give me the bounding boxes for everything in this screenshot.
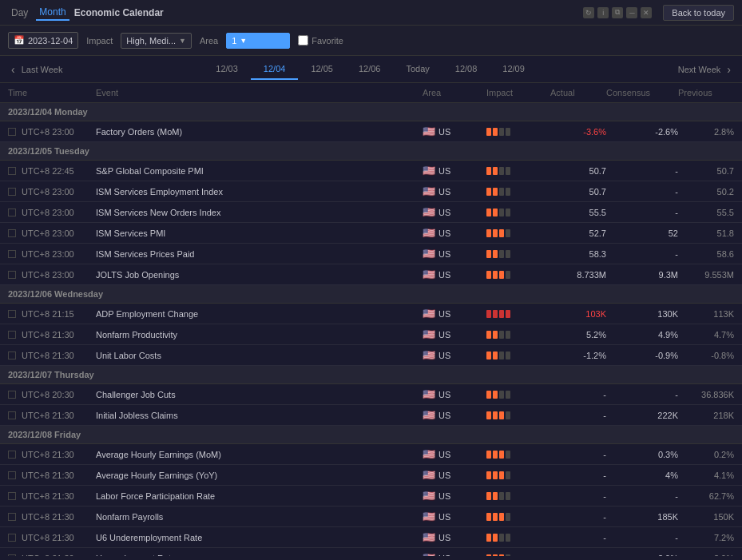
favorite-checkbox[interactable] [298, 35, 308, 46]
prev-arrow-icon[interactable]: ‹ [8, 60, 18, 79]
impact-bar [486, 271, 491, 279]
impact-cell [486, 188, 550, 196]
nav-date-12-03[interactable]: 12/03 [203, 59, 251, 80]
area-cell: 🇺🇸US [423, 409, 486, 421]
back-to-today-button[interactable]: Back to today [663, 5, 734, 21]
flag-icon: 🇺🇸 [423, 248, 435, 260]
table-body[interactable]: 2023/12/04 MondayUTC+8 23:00Factory Orde… [0, 103, 742, 556]
flag-icon: 🇺🇸 [423, 328, 435, 340]
filter-bar: 📅 2023-12-04 Impact High, Medi... ▼ Area… [0, 26, 742, 56]
row-checkbox[interactable] [8, 534, 16, 542]
area-cell: 🇺🇸US [423, 206, 486, 218]
impact-bar [499, 351, 504, 359]
close-button[interactable]: ✕ [641, 7, 652, 18]
row-checkbox[interactable] [8, 513, 16, 521]
area-cell: 🇺🇸US [423, 125, 486, 137]
row-checkbox[interactable] [8, 310, 16, 318]
actual-value: 103K [550, 309, 606, 319]
minimize-button[interactable]: ─ [626, 7, 637, 18]
row-checkbox[interactable] [8, 471, 16, 479]
nav-date-12-05[interactable]: 12/05 [298, 59, 346, 80]
row-checkbox[interactable] [8, 271, 16, 279]
header-previous: Previous [678, 88, 734, 97]
row-checkbox[interactable] [8, 229, 16, 237]
impact-bar [506, 391, 510, 399]
table-row: UTC+8 21:30Average Hourly Earnings (MoM)… [0, 444, 742, 465]
row-checkbox[interactable] [8, 351, 16, 359]
previous-value: 113K [678, 309, 734, 319]
row-checkbox[interactable] [8, 492, 16, 500]
row-checkbox[interactable] [8, 188, 16, 196]
area-cell: 🇺🇸US [423, 552, 486, 556]
next-week-label[interactable]: Next Week [675, 65, 724, 74]
row-checkbox[interactable] [8, 451, 16, 459]
impact-bar [506, 229, 510, 237]
time-value: UTC+8 21:30 [22, 450, 74, 459]
flag-icon: 🇺🇸 [423, 552, 435, 556]
row-checkbox[interactable] [8, 411, 16, 419]
time-value: UTC+8 21:30 [22, 533, 74, 542]
time-cell: UTC+8 23:00 [8, 270, 96, 280]
consensus-value: - [606, 249, 678, 259]
impact-bars [486, 250, 550, 258]
impact-bar [506, 554, 510, 557]
chevron-down-icon: ▼ [179, 37, 186, 45]
impact-bar [499, 411, 504, 419]
time-cell: UTC+8 21:30 [8, 554, 96, 557]
impact-bars [486, 351, 550, 359]
info-button[interactable]: i [597, 7, 609, 18]
nav-date-Today[interactable]: Today [393, 59, 442, 80]
previous-value: 51.8 [678, 228, 734, 238]
row-checkbox[interactable] [8, 331, 16, 339]
impact-bar [506, 250, 510, 258]
row-checkbox[interactable] [8, 250, 16, 258]
nav-date-12-06[interactable]: 12/06 [346, 59, 394, 80]
next-arrow-icon[interactable]: › [724, 60, 734, 79]
row-checkbox[interactable] [8, 554, 16, 557]
nav-date-12-09[interactable]: 12/09 [490, 59, 538, 80]
impact-bars [486, 411, 550, 419]
nav-date-12-04[interactable]: 12/04 [251, 59, 299, 80]
impact-bar [499, 250, 504, 258]
area-selector[interactable]: 1 ▼ [226, 33, 290, 49]
time-value: UTC+8 23:00 [22, 187, 74, 197]
event-name: Nonfarm Payrolls [96, 512, 423, 522]
impact-bars [486, 128, 550, 136]
table-row: UTC+8 21:30Unit Labor Costs🇺🇸US-1.2%-0.9… [0, 345, 742, 366]
favorite-filter[interactable]: Favorite [298, 35, 343, 46]
impact-cell [486, 209, 550, 216]
area-code: US [438, 270, 450, 280]
time-cell: UTC+8 23:00 [8, 249, 96, 259]
area-code: US [438, 351, 450, 360]
row-checkbox[interactable] [8, 167, 16, 175]
previous-value: 4.1% [678, 471, 734, 480]
area-cell: 🇺🇸US [423, 185, 486, 197]
row-checkbox[interactable] [8, 128, 16, 136]
nav-date-12-08[interactable]: 12/08 [442, 59, 490, 80]
table-row: UTC+8 23:00Factory Orders (MoM)🇺🇸US-3.6%… [0, 121, 742, 142]
section-header: 2023/12/04 Monday [0, 103, 742, 121]
detach-button[interactable]: ⧉ [612, 7, 623, 18]
actual-value: - [550, 411, 606, 420]
impact-bar [486, 209, 491, 216]
area-cell: 🇺🇸US [423, 448, 486, 460]
tab-month[interactable]: Month [36, 5, 69, 21]
consensus-value: 52 [606, 228, 678, 238]
impact-bar [506, 492, 510, 500]
row-checkbox[interactable] [8, 391, 16, 399]
impact-selector[interactable]: High, Medi... ▼ [121, 33, 192, 49]
actual-value: - [550, 491, 606, 501]
row-checkbox[interactable] [8, 209, 16, 216]
impact-bar [506, 513, 510, 521]
tab-day[interactable]: Day [8, 6, 31, 20]
time-value: UTC+8 21:30 [22, 411, 74, 420]
date-picker[interactable]: 📅 2023-12-04 [8, 32, 78, 49]
time-value: UTC+8 23:00 [22, 270, 74, 280]
time-value: UTC+8 23:00 [22, 208, 74, 217]
area-code: US [438, 228, 450, 238]
impact-bars [486, 554, 550, 557]
refresh-button[interactable]: ↻ [583, 7, 594, 18]
impact-cell [486, 492, 550, 500]
impact-bar [506, 310, 510, 318]
last-week-label[interactable]: Last Week [18, 65, 66, 74]
